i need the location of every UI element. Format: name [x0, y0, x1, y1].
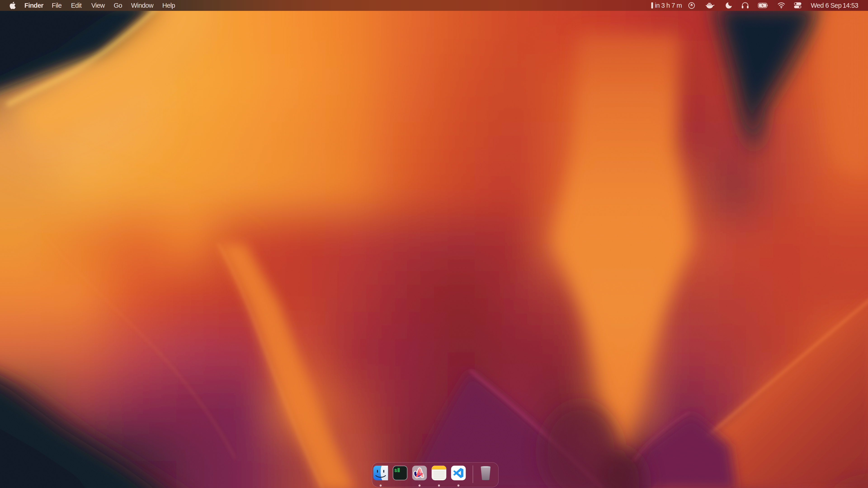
svg-text:$: $ [395, 468, 397, 473]
